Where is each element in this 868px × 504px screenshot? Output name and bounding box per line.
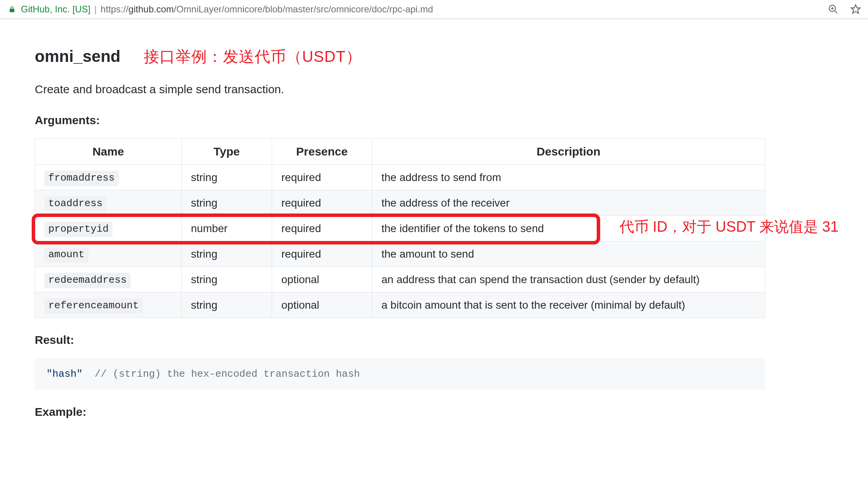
arg-type: string — [182, 190, 272, 216]
arg-description: the address to send from — [372, 165, 765, 190]
table-row: toaddressstringrequiredthe address of th… — [35, 190, 765, 216]
svg-line-1 — [835, 11, 837, 14]
arg-type: string — [182, 241, 272, 267]
url-path: /OmniLayer/omnicore/blob/master/src/omni… — [174, 4, 433, 14]
api-description: Create and broadcast a simple send trans… — [35, 83, 833, 96]
arg-presence: optional — [272, 267, 372, 292]
table-row: amountstringrequiredthe amount to send — [35, 241, 765, 267]
arg-presence: required — [272, 216, 372, 241]
url-host: github.com — [128, 4, 174, 14]
col-header-presence: Presence — [272, 139, 372, 165]
arg-presence: required — [272, 165, 372, 190]
arg-description: the address of the receiver — [372, 190, 765, 216]
secure-site-owner: GitHub, Inc. [US] — [21, 4, 90, 15]
lock-icon — [9, 5, 15, 14]
arg-type: string — [182, 267, 272, 292]
arg-description: a bitcoin amount that is sent to the rec… — [372, 292, 765, 318]
arg-description: the amount to send — [372, 241, 765, 267]
arg-name: amount — [44, 247, 89, 263]
highlight-annotation: 代币 ID，对于 USDT 来说值是 31 — [620, 217, 839, 237]
bookmark-star-icon[interactable] — [850, 4, 861, 15]
arg-name: fromaddress — [44, 171, 119, 186]
table-row: redeemaddressstringoptionalan address th… — [35, 267, 765, 292]
col-header-type: Type — [182, 139, 272, 165]
url-scheme: https:// — [100, 4, 128, 14]
address-separator: | — [90, 4, 100, 15]
arg-type: number — [182, 216, 272, 241]
example-label: Example: — [35, 405, 833, 419]
svg-marker-4 — [851, 5, 860, 13]
arg-presence: optional — [272, 292, 372, 318]
result-comment: // (string) the hex-encoded transaction … — [95, 368, 360, 380]
arg-name: referenceamount — [44, 298, 143, 314]
zoom-icon[interactable] — [828, 4, 839, 15]
col-header-description: Description — [372, 139, 765, 165]
col-header-name: Name — [35, 139, 182, 165]
arg-type: string — [182, 292, 272, 318]
api-heading: omni_send — [35, 47, 121, 66]
arg-description: an address that can spend the transactio… — [372, 267, 765, 292]
browser-address-bar[interactable]: GitHub, Inc. [US] | https://github.com/O… — [0, 0, 868, 19]
arg-name: toaddress — [44, 196, 106, 212]
arg-presence: required — [272, 190, 372, 216]
table-row: fromaddressstringrequiredthe address to … — [35, 165, 765, 190]
doc-content: omni_send 接口举例：发送代币（USDT） Create and bro… — [0, 19, 868, 453]
heading-annotation: 接口举例：发送代币（USDT） — [144, 46, 362, 67]
arg-name: redeemaddress — [44, 273, 131, 288]
page-url: https://github.com/OmniLayer/omnicore/bl… — [100, 4, 433, 15]
arguments-label: Arguments: — [35, 114, 833, 127]
result-label: Result: — [35, 333, 833, 347]
table-header-row: Name Type Presence Description — [35, 139, 765, 165]
arg-type: string — [182, 165, 272, 190]
arg-name: propertyid — [44, 222, 112, 237]
table-row: referenceamountstringoptionala bitcoin a… — [35, 292, 765, 318]
arg-presence: required — [272, 241, 372, 267]
result-block: "hash" // (string) the hex-encoded trans… — [35, 358, 765, 390]
result-literal: "hash" — [46, 368, 83, 380]
